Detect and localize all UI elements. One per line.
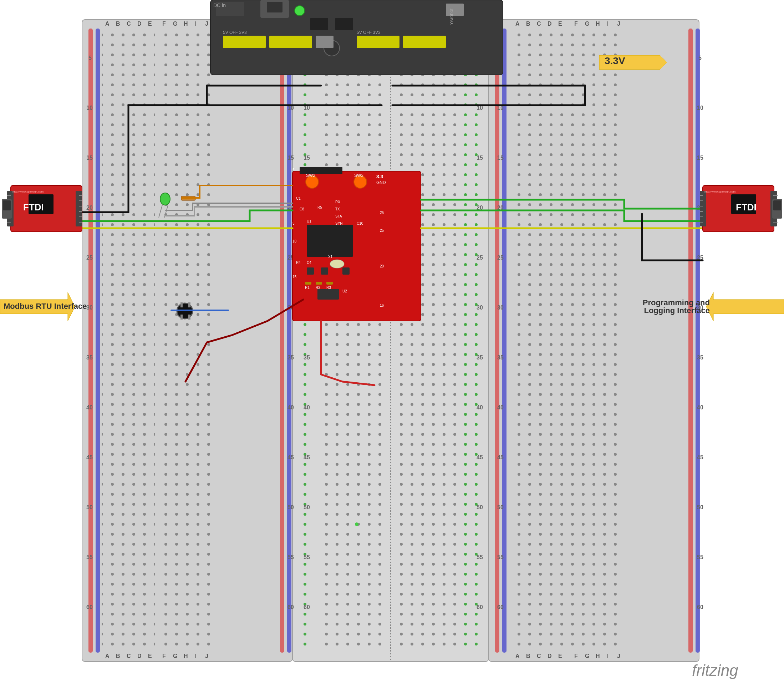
svg-rect-146 bbox=[310, 18, 328, 30]
svg-text:30: 30 bbox=[86, 305, 93, 311]
svg-text:25: 25 bbox=[380, 229, 384, 232]
svg-point-199 bbox=[160, 193, 170, 205]
svg-text:I: I bbox=[607, 21, 608, 27]
svg-text:25: 25 bbox=[380, 211, 384, 215]
svg-rect-158 bbox=[300, 167, 342, 174]
svg-rect-170 bbox=[321, 268, 328, 274]
svg-rect-3 bbox=[95, 29, 100, 653]
svg-rect-62 bbox=[392, 29, 457, 653]
svg-text:H: H bbox=[596, 21, 600, 27]
svg-text:60: 60 bbox=[287, 604, 294, 610]
svg-text:C1: C1 bbox=[296, 197, 301, 200]
svg-rect-147 bbox=[335, 18, 353, 30]
svg-text:5V OFF 3V3: 5V OFF 3V3 bbox=[223, 30, 247, 35]
svg-rect-222 bbox=[3, 200, 11, 210]
svg-text:35: 35 bbox=[86, 355, 93, 361]
svg-text:RX: RX bbox=[335, 200, 340, 204]
svg-text:GND: GND bbox=[376, 180, 386, 185]
svg-text:35: 35 bbox=[476, 355, 483, 361]
svg-text:50: 50 bbox=[287, 504, 294, 510]
svg-text:Modbus RTU Interface: Modbus RTU Interface bbox=[3, 302, 87, 311]
svg-point-190 bbox=[330, 260, 344, 268]
svg-rect-142 bbox=[269, 35, 312, 48]
svg-rect-172 bbox=[305, 282, 311, 285]
svg-text:35: 35 bbox=[287, 355, 294, 361]
svg-text:55: 55 bbox=[287, 554, 294, 560]
svg-rect-175 bbox=[318, 289, 339, 300]
svg-rect-58 bbox=[571, 29, 624, 653]
svg-text:C: C bbox=[127, 653, 131, 659]
svg-text:40: 40 bbox=[303, 405, 310, 410]
svg-text:25: 25 bbox=[497, 255, 503, 261]
svg-text:60: 60 bbox=[476, 604, 483, 610]
svg-text:40: 40 bbox=[697, 405, 703, 410]
svg-text:G: G bbox=[173, 653, 177, 659]
svg-text:R2: R2 bbox=[316, 286, 320, 290]
svg-rect-57 bbox=[512, 29, 565, 653]
svg-rect-61 bbox=[321, 29, 385, 653]
svg-text:50: 50 bbox=[697, 504, 703, 510]
svg-text:B: B bbox=[116, 21, 120, 27]
svg-rect-56 bbox=[159, 29, 212, 653]
svg-text:R1: R1 bbox=[305, 286, 310, 290]
svg-text:35: 35 bbox=[497, 355, 503, 361]
svg-text:I: I bbox=[194, 21, 196, 27]
svg-text:E: E bbox=[558, 21, 562, 27]
svg-text:http://www.sparkfun.com: http://www.sparkfun.com bbox=[705, 190, 736, 193]
svg-text:STA: STA bbox=[335, 215, 342, 218]
svg-text:5: 5 bbox=[292, 221, 295, 225]
svg-text:45: 45 bbox=[287, 454, 294, 460]
svg-rect-9 bbox=[689, 29, 693, 653]
svg-text:5: 5 bbox=[699, 55, 702, 61]
svg-text:5: 5 bbox=[292, 168, 295, 172]
svg-text:30: 30 bbox=[476, 305, 483, 311]
svg-text:40: 40 bbox=[497, 405, 503, 410]
svg-text:D: D bbox=[547, 21, 552, 27]
main-container: A B C D E F G H I J A B C D E F G H I J … bbox=[0, 0, 784, 684]
svg-text:45: 45 bbox=[497, 454, 503, 460]
svg-text:15: 15 bbox=[292, 275, 297, 279]
svg-text:55: 55 bbox=[476, 554, 483, 560]
svg-text:DC in: DC in bbox=[213, 3, 226, 8]
svg-text:D: D bbox=[137, 653, 142, 659]
svg-text:C: C bbox=[537, 653, 541, 659]
svg-text:G: G bbox=[585, 653, 589, 659]
svg-text:I: I bbox=[607, 653, 608, 659]
svg-text:J: J bbox=[617, 653, 620, 659]
svg-text:45: 45 bbox=[476, 454, 483, 460]
svg-rect-141 bbox=[223, 35, 266, 48]
svg-rect-198 bbox=[188, 315, 190, 319]
svg-text:fritzing: fritzing bbox=[692, 661, 738, 679]
svg-text:A: A bbox=[105, 653, 110, 659]
svg-text:http://www.sparkfun.com: http://www.sparkfun.com bbox=[13, 190, 44, 193]
svg-text:35: 35 bbox=[303, 355, 310, 361]
svg-point-203 bbox=[355, 523, 358, 526]
svg-text:U1: U1 bbox=[307, 219, 311, 223]
svg-rect-169 bbox=[307, 268, 314, 274]
svg-text:45: 45 bbox=[86, 454, 93, 460]
svg-text:50: 50 bbox=[303, 504, 310, 510]
svg-text:55: 55 bbox=[697, 554, 703, 560]
svg-text:50: 50 bbox=[476, 504, 483, 510]
svg-rect-168 bbox=[307, 225, 353, 257]
svg-text:55: 55 bbox=[303, 554, 310, 560]
svg-text:40: 40 bbox=[86, 405, 93, 410]
svg-rect-143 bbox=[316, 35, 334, 48]
svg-text:F: F bbox=[574, 21, 578, 27]
svg-text:60: 60 bbox=[86, 604, 93, 610]
svg-text:10: 10 bbox=[86, 105, 93, 111]
svg-text:B: B bbox=[116, 653, 120, 659]
svg-text:40: 40 bbox=[476, 405, 483, 410]
svg-text:30: 30 bbox=[497, 305, 503, 311]
svg-rect-144 bbox=[357, 35, 400, 48]
svg-text:55: 55 bbox=[86, 554, 93, 560]
svg-rect-145 bbox=[403, 35, 446, 48]
svg-text:U2: U2 bbox=[342, 289, 347, 293]
svg-text:45: 45 bbox=[697, 454, 703, 460]
svg-rect-195 bbox=[181, 302, 182, 307]
svg-text:FTDI: FTDI bbox=[736, 202, 757, 213]
svg-text:15: 15 bbox=[476, 155, 483, 161]
svg-text:R3: R3 bbox=[326, 286, 331, 290]
svg-rect-197 bbox=[181, 315, 182, 319]
svg-rect-171 bbox=[342, 268, 350, 274]
